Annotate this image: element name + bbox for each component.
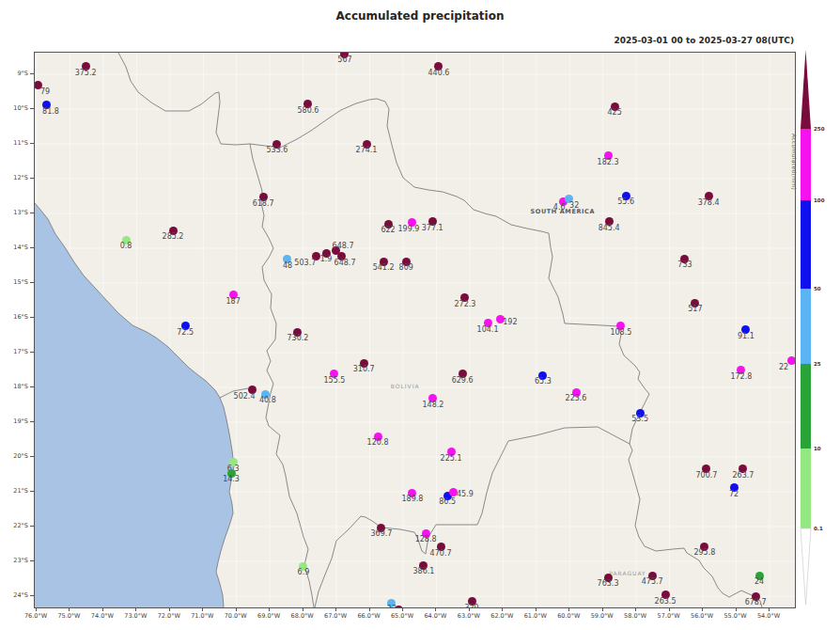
x-tick-mark	[635, 607, 636, 611]
x-tick-mark	[303, 607, 303, 611]
data-point-label: 295.8	[675, 548, 735, 557]
x-tick-mark	[702, 607, 703, 611]
x-tick-label: 70.0°W	[217, 612, 255, 620]
colorbar-tick-label: 10	[814, 446, 832, 451]
x-tick-label: 63.0°W	[450, 612, 488, 620]
x-tick-label: 65.0°W	[383, 612, 421, 620]
x-tick-label: 72.0°W	[150, 612, 188, 620]
geo-label: PARAGUAY	[571, 570, 684, 576]
data-point-label: 310.7	[334, 365, 394, 373]
y-tick-mark	[30, 247, 34, 248]
data-point-label: 533.6	[247, 146, 307, 154]
x-tick-mark	[202, 607, 203, 611]
data-point-label: 104.1	[458, 325, 518, 334]
x-tick-label: 71.0°W	[183, 612, 221, 620]
x-tick-mark	[369, 607, 370, 611]
data-point-label: 567	[315, 55, 375, 64]
data-point-label: 14.3	[201, 475, 261, 483]
y-tick-label: 15°S	[8, 278, 28, 286]
y-tick-label: 24°S	[8, 591, 28, 599]
data-point-label: 377.1	[402, 224, 462, 232]
y-tick-label: 20°S	[8, 452, 28, 460]
data-point-label: 386.1	[394, 567, 454, 575]
y-tick-mark	[30, 386, 34, 387]
data-point-label: 72.5	[155, 328, 215, 337]
x-tick-label: 66.0°W	[350, 612, 388, 620]
y-tick-label: 12°S	[8, 174, 28, 181]
x-tick-label: 75.0°W	[50, 612, 87, 620]
x-tick-label: 64.0°W	[416, 612, 454, 620]
data-point-label: 182.3	[578, 158, 638, 166]
data-point-label: 809	[376, 263, 436, 272]
data-point-label: 425	[584, 108, 645, 117]
data-point-label: 272.3	[435, 300, 495, 308]
y-tick-mark	[30, 560, 34, 561]
x-tick-mark	[335, 607, 336, 611]
x-tick-label: 73.0°W	[117, 612, 154, 620]
data-point-label: 629.6	[432, 376, 492, 385]
data-point-label: 470.7	[411, 549, 471, 558]
data-point-label: 6.9	[273, 568, 334, 576]
y-tick-mark	[30, 108, 34, 109]
y-tick-mark	[30, 526, 34, 527]
data-point-label: 32	[544, 201, 604, 210]
data-point-label: 40.8	[238, 396, 298, 404]
y-tick-mark	[30, 213, 34, 213]
x-tick-label: 60.0°W	[550, 612, 587, 620]
data-point-label: 120.8	[348, 438, 408, 447]
y-tick-label: 19°S	[8, 417, 28, 425]
x-tick-mark	[102, 607, 103, 611]
y-tick-label: 14°S	[8, 244, 28, 251]
data-point-label: 86.5	[417, 497, 477, 506]
x-tick-mark	[402, 607, 403, 611]
colorbar-tick-label: 100	[814, 197, 832, 203]
data-point-label: 81.8	[34, 107, 81, 116]
x-tick-mark	[568, 607, 569, 611]
data-point-label: 730.2	[268, 334, 328, 342]
colorbar-tick-label: 50	[814, 286, 832, 291]
ocean-shape	[35, 203, 234, 607]
x-tick-label: 54.0°W	[750, 612, 787, 620]
data-point-label: 263.5	[635, 597, 695, 606]
colorbar-tick-label: 250	[814, 126, 832, 132]
y-tick-mark	[30, 491, 34, 492]
y-tick-mark	[30, 282, 34, 283]
y-tick-mark	[30, 143, 34, 144]
y-tick-label: 11°S	[8, 139, 28, 147]
data-point-label: 0.8	[96, 242, 156, 250]
x-tick-label: 74.0°W	[84, 612, 121, 620]
x-tick-label: 69.0°W	[250, 612, 288, 620]
data-point-label: 733	[655, 260, 715, 269]
data-point-label: 618.7	[233, 199, 293, 208]
data-point-label: 128.8	[396, 535, 456, 543]
data-point-label: 285.2	[143, 232, 203, 241]
data-point-label: 187	[203, 297, 263, 306]
data-point-label: 223.6	[546, 394, 606, 402]
chart-title: Accumulated precipitation	[0, 9, 840, 23]
x-tick-label: 56.0°W	[683, 612, 721, 620]
data-point-label: 329	[442, 604, 502, 608]
y-tick-label: 18°S	[8, 383, 28, 390]
x-tick-mark	[269, 607, 270, 611]
y-tick-mark	[30, 595, 34, 596]
y-tick-label: 13°S	[8, 209, 28, 216]
data-point-label: 53.5	[610, 415, 670, 423]
x-tick-label: 59.0°W	[583, 612, 621, 620]
y-tick-label: 9°S	[8, 70, 28, 77]
data-point-label: 55.6	[596, 197, 656, 206]
x-tick-mark	[602, 607, 603, 611]
x-tick-label: 67.0°W	[317, 612, 354, 620]
colorbar	[799, 47, 814, 611]
x-tick-label: 76.0°W	[17, 612, 54, 620]
data-point-label: 65.3	[513, 377, 573, 386]
x-tick-mark	[469, 607, 470, 611]
data-point-label: 378.4	[678, 198, 739, 207]
data-point-label: 192	[480, 318, 540, 326]
y-tick-mark	[30, 73, 34, 74]
data-point-label: 475.7	[622, 577, 682, 586]
map-plot-area: SOUTH AMERICABOLIVIAPARAGUAY 375.2567798…	[34, 52, 796, 608]
data-point-label: 24	[729, 577, 789, 586]
y-tick-mark	[30, 178, 34, 179]
x-tick-label: 62.0°W	[483, 612, 521, 620]
x-tick-label: 55.0°W	[717, 612, 754, 620]
